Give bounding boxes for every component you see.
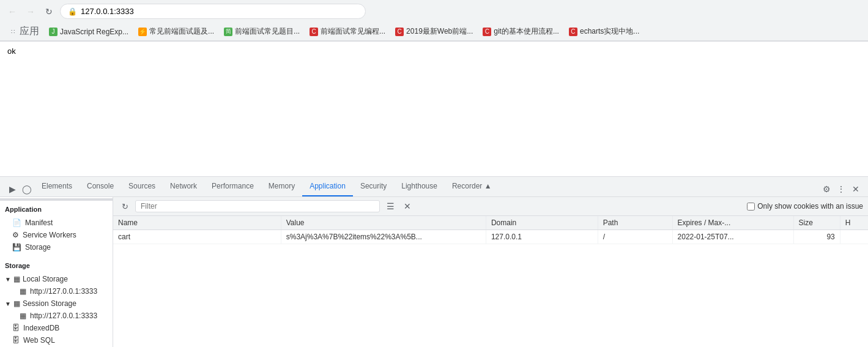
devtools-body: Application 📄 Manifest ⚙ Service Workers… (0, 197, 868, 347)
tab-memory[interactable]: Memory (261, 177, 302, 196)
bookmark-label-js: JavaScript RegExp... (60, 28, 128, 36)
cookies-filter-input[interactable] (135, 200, 380, 212)
tab-recorder[interactable]: Recorder ▲ (445, 177, 499, 196)
back-button[interactable]: ← (5, 4, 20, 19)
page-content: ok (0, 42, 868, 176)
bookmark-label-frontend: 常见前端面试题及... (149, 26, 214, 37)
nav-bar: ← → ↻ 🔒 127.0.0.1:3333 (0, 0, 868, 23)
tab-performance[interactable]: Performance (204, 177, 261, 196)
bookmark-apps[interactable]: ∷ 应用 (5, 24, 43, 39)
bookmark-icon-git: C (483, 28, 491, 36)
main-panel: ↻ ☰ ✕ Only show cookies with an issue Na… (113, 197, 868, 347)
bookmark-echarts[interactable]: C echarts实现中地... (565, 25, 643, 38)
col-size[interactable]: Size (793, 216, 840, 230)
web-sql-label: Web SQL (23, 336, 55, 345)
devtools-more-icon[interactable]: ⋮ (834, 182, 848, 196)
bookmark-js-regexp[interactable]: J JavaScript RegExp... (45, 26, 132, 37)
storage-icon: 💾 (12, 243, 21, 252)
sidebar-local-storage-127[interactable]: ▦ http://127.0.0.1:3333 (0, 285, 113, 297)
bookmark-icon-js: J (49, 28, 57, 36)
indexeddb-label: IndexedDB (23, 324, 59, 332)
cell-h (840, 230, 868, 244)
devtools-sidebar: Application 📄 Manifest ⚙ Service Workers… (0, 197, 113, 347)
table-row[interactable]: cart s%3Aj%3A%7B%22items%22%3A%5B... 127… (113, 230, 868, 244)
sidebar-divider-1 (0, 253, 113, 258)
sidebar-indexeddb[interactable]: 🗄 IndexedDB (0, 322, 113, 334)
address-bar[interactable]: 🔒 127.0.0.1:3333 (60, 4, 366, 19)
bookmark-label-web: 2019最新Web前端... (406, 26, 473, 37)
tab-lighthouse[interactable]: Lighthouse (394, 177, 445, 196)
cookies-clear-button[interactable]: ✕ (401, 200, 414, 213)
sidebar-storage-label: Storage (25, 243, 51, 252)
page-text: ok (7, 47, 16, 56)
sidebar-manifest-label: Manifest (25, 218, 53, 227)
forward-button[interactable]: → (23, 4, 38, 19)
sidebar-application-header: Application (0, 202, 113, 217)
sidebar-local-storage-group[interactable]: ▼ ▦ Local Storage (0, 273, 113, 285)
browser-chrome: ← → ↻ 🔒 127.0.0.1:3333 ∷ 应用 J JavaScript… (0, 0, 868, 42)
service-workers-icon: ⚙ (12, 231, 19, 239)
col-domain[interactable]: Domain (486, 216, 598, 230)
bookmark-web-latest[interactable]: C 2019最新Web前端... (391, 25, 477, 38)
cell-value: s%3Aj%3A%7B%22items%22%3A%5B... (281, 230, 486, 244)
issue-checkbox-label[interactable]: Only show cookies with an issue (747, 202, 863, 211)
sidebar-item-storage[interactable]: 💾 Storage (0, 241, 113, 253)
cell-domain: 127.0.0.1 (486, 230, 598, 244)
devtools-settings-icon[interactable]: ⚙ (819, 182, 834, 196)
sidebar-storage-header: Storage (0, 258, 113, 273)
web-sql-icon: 🗄 (12, 336, 20, 345)
local-storage-icon: ▦ (13, 275, 20, 283)
bookmark-frontend-qa[interactable]: ⚡ 常见前端面试题及... (135, 25, 218, 38)
devtools-device-toggle[interactable]: ◯ (20, 182, 34, 196)
col-value[interactable]: Value (281, 216, 486, 230)
bookmark-jianjie[interactable]: 简 前端面试常见题目... (220, 25, 303, 38)
tab-sources[interactable]: Sources (121, 177, 163, 196)
cookies-table-body: cart s%3Aj%3A%7B%22items%22%3A%5B... 127… (113, 230, 868, 244)
bookmark-git-flow[interactable]: C git的基本使用流程... (479, 25, 563, 38)
devtools-element-picker[interactable]: ▶ (5, 182, 20, 196)
bookmark-label-jianjie: 前端面试常见题目... (235, 26, 300, 37)
tab-security[interactable]: Security (353, 177, 394, 196)
devtools-close-icon[interactable]: ✕ (848, 182, 863, 196)
bookmark-icon-frontend: ⚡ (138, 28, 147, 36)
url-text: 127.0.0.1:3333 (81, 7, 134, 16)
col-name[interactable]: Name (113, 216, 281, 230)
col-expires[interactable]: Expires / Max-... (672, 216, 793, 230)
cookies-refresh-button[interactable]: ↻ (118, 200, 132, 213)
sidebar-session-storage-group[interactable]: ▼ ▦ Session Storage (0, 297, 113, 310)
session-storage-127-icon: ▦ (20, 312, 26, 320)
tab-elements[interactable]: Elements (34, 177, 80, 196)
local-storage-label: Local Storage (23, 275, 68, 283)
manifest-icon: 📄 (12, 218, 21, 227)
session-storage-icon: ▦ (13, 299, 20, 308)
bookmark-icon-csdn1: C (310, 28, 318, 36)
sidebar-session-storage-127[interactable]: ▦ http://127.0.0.1:3333 (0, 310, 113, 322)
bookmark-label-echarts: echarts实现中地... (580, 26, 639, 37)
sidebar-web-sql[interactable]: 🗄 Web SQL (0, 334, 113, 346)
tab-application[interactable]: Application (302, 177, 353, 196)
cell-expires: 2022-01-25T07... (672, 230, 793, 244)
cookies-table: Name Value Domain Path Expires / Max-...… (113, 216, 868, 347)
issue-checkbox-input[interactable] (747, 203, 755, 211)
col-h[interactable]: H (840, 216, 868, 230)
bookmark-icon-echarts: C (569, 28, 577, 36)
tab-network[interactable]: Network (163, 177, 204, 196)
bookmark-csdn-qa[interactable]: C 前端面试常见编程... (306, 25, 389, 38)
bookmark-icon-jianjie: 简 (224, 28, 232, 36)
tab-console[interactable]: Console (80, 177, 121, 196)
cookies-table-header-row: Name Value Domain Path Expires / Max-...… (113, 216, 868, 230)
apps-icon: ∷ (9, 28, 17, 36)
cookies-table-head: Name Value Domain Path Expires / Max-...… (113, 216, 868, 230)
cookies-toolbar: ↻ ☰ ✕ Only show cookies with an issue (113, 197, 868, 216)
devtools-tab-bar: ▶ ◯ Elements Console Sources Network Per… (0, 177, 868, 197)
sidebar-item-service-workers[interactable]: ⚙ Service Workers (0, 229, 113, 241)
bookmark-label-csdn1: 前端面试常见编程... (321, 26, 385, 37)
sidebar-service-workers-label: Service Workers (23, 231, 76, 239)
session-storage-triangle: ▼ (5, 300, 11, 307)
cell-path: / (598, 230, 672, 244)
col-path[interactable]: Path (598, 216, 672, 230)
bookmark-icon-web: C (395, 28, 404, 36)
cookies-filter-icon[interactable]: ☰ (384, 200, 397, 213)
sidebar-item-manifest[interactable]: 📄 Manifest (0, 217, 113, 229)
reload-button[interactable]: ↻ (42, 4, 56, 19)
